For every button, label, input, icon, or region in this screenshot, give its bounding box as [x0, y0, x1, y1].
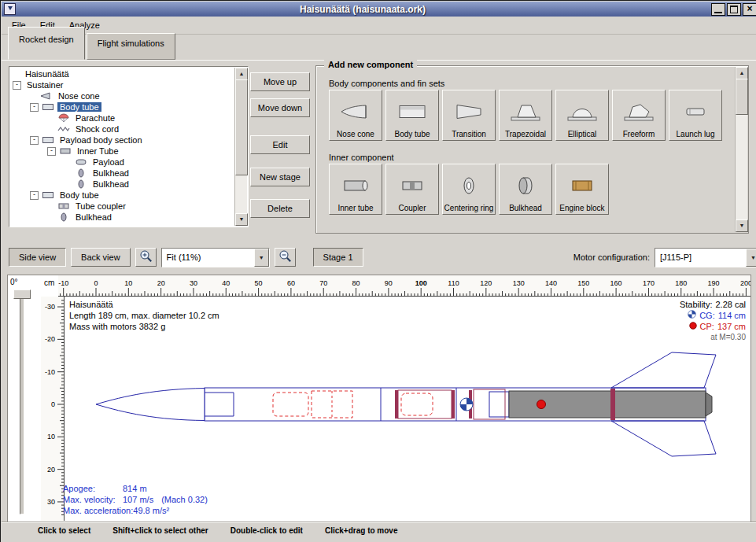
parachute-icon	[57, 113, 71, 123]
component-label: Centering ring	[444, 205, 494, 213]
tree-item-payload-body-section[interactable]: -Payload body section	[10, 135, 235, 146]
indent-spacer	[30, 92, 40, 101]
component-tree: Haisunäätä-SustainerNose cone-Body tubeP…	[9, 66, 249, 227]
scroll-down-icon[interactable]: ▼	[235, 213, 248, 226]
expander-icon[interactable]: -	[47, 147, 56, 156]
bulkhead-outline[interactable]	[395, 390, 398, 418]
rotation-slider-track[interactable]	[20, 291, 24, 514]
engine-block-outline[interactable]	[610, 389, 615, 420]
maximize-button[interactable]	[727, 3, 741, 16]
section-label-inner-component: Inner component	[329, 153, 394, 162]
tree-item-inner-tube[interactable]: -Inner Tube	[10, 146, 235, 157]
svg-text:180: 180	[675, 279, 687, 287]
svg-text:190: 190	[708, 279, 720, 287]
scroll-up-icon[interactable]: ▲	[736, 67, 748, 79]
delete-button[interactable]: Delete	[250, 199, 310, 218]
svg-text:0: 0	[94, 279, 98, 287]
component-label: Trapezoidal	[505, 131, 546, 139]
freeform-button[interactable]: Freeform	[612, 90, 666, 141]
chevron-down-icon[interactable]: ▼	[254, 249, 269, 267]
zoom-in-button[interactable]	[135, 248, 157, 267]
expander-icon[interactable]: -	[30, 103, 39, 112]
coupler-button[interactable]: Coupler	[385, 164, 439, 215]
move-up-button[interactable]: Move up	[250, 72, 310, 91]
component-label: Body tube	[394, 131, 430, 139]
chevron-down-icon[interactable]: ▼	[746, 249, 756, 267]
bulkhead-outline[interactable]	[452, 390, 455, 418]
tree-item-payload[interactable]: Payload	[10, 157, 235, 168]
new-stage-button[interactable]: New stage	[250, 168, 310, 186]
expander-icon[interactable]: -	[30, 191, 39, 200]
elliptical-button[interactable]: Elliptical	[555, 90, 609, 141]
zoom-out-button[interactable]	[275, 248, 296, 267]
cg-label: CG:	[699, 310, 715, 321]
expander-icon[interactable]: -	[30, 136, 39, 145]
status-hint: Click to select	[38, 526, 90, 542]
component-label: Inner tube	[337, 205, 373, 213]
window-menu-icon[interactable]	[4, 3, 16, 15]
bulkhead-button[interactable]: Bulkhead	[499, 164, 552, 215]
tree-item-label: Inner Tube	[75, 146, 121, 156]
bodytube-icon	[396, 93, 428, 131]
scrollbar-thumb[interactable]	[736, 79, 748, 115]
indent-spacer	[65, 158, 75, 167]
titlebar[interactable]: Haisunäätä (haisunaata.ork)	[2, 2, 756, 17]
expander-icon[interactable]: -	[13, 81, 21, 90]
tree-item-bulkhead[interactable]: Bulkhead	[10, 179, 235, 190]
zoom-level-select[interactable]: Fit (11%) ▼	[161, 248, 270, 267]
move-down-button[interactable]: Move down	[250, 98, 310, 117]
trapezoidal-button[interactable]: Trapezoidal	[499, 90, 552, 141]
centering-ring-button[interactable]: Centering ring	[442, 164, 496, 215]
fin-outline-top[interactable]	[611, 352, 716, 388]
tree-rows: Haisunäätä-SustainerNose cone-Body tubeP…	[10, 68, 235, 226]
motor-mount-outline	[489, 392, 509, 417]
edit-button[interactable]: Edit	[250, 135, 310, 154]
fin-outline-bottom[interactable]	[611, 421, 716, 456]
minimize-button[interactable]	[711, 3, 725, 16]
side-view-button[interactable]: Side view	[9, 248, 66, 267]
tree-item-body-tube[interactable]: -Body tube	[10, 190, 235, 201]
svg-text:100: 100	[415, 279, 427, 287]
engine-block-button[interactable]: Engine block	[555, 164, 609, 215]
tree-item-bulkhead[interactable]: Bulkhead	[10, 168, 235, 179]
tree-item-shock-cord[interactable]: Shock cord	[10, 124, 235, 135]
window-title: Haisunäätä (haisunaata.ork)	[16, 4, 710, 15]
tabbar: Rocket designFlight simulations	[2, 34, 756, 61]
bodytube-icon	[42, 190, 55, 200]
freeform-icon	[623, 93, 655, 131]
tab-flight-simulations[interactable]: Flight simulations	[87, 33, 175, 60]
motor-configuration-select[interactable]: [J115-P] ▼	[655, 248, 756, 267]
rotation-slider-handle[interactable]	[13, 289, 31, 299]
tree-item-parachute[interactable]: Parachute	[10, 112, 235, 124]
tree-scrollbar[interactable]: ▲ ▼	[234, 68, 247, 226]
zoom-level-value: Fit (11%)	[162, 253, 254, 262]
back-view-button[interactable]: Back view	[71, 248, 131, 267]
stage-1-toggle[interactable]: Stage 1	[313, 248, 363, 267]
tree-item-body-tube[interactable]: -Body tube	[10, 101, 235, 112]
tree-item-sustainer[interactable]: -Sustainer	[10, 79, 235, 90]
svg-text:70: 70	[319, 279, 327, 287]
scroll-up-icon[interactable]: ▲	[235, 68, 248, 80]
tree-item-tube-coupler[interactable]: Tube coupler	[10, 201, 235, 212]
inner-tube-button[interactable]: Inner tube	[329, 164, 382, 215]
tree-item-nose-cone[interactable]: Nose cone	[10, 90, 235, 101]
menubar: FileEditAnalyze	[2, 17, 756, 35]
cp-label: CP:	[700, 321, 714, 332]
add-component-scrollbar[interactable]: ▲ ▼	[735, 67, 747, 232]
tree-item-haisun-t[interactable]: Haisunäätä	[10, 68, 235, 79]
nose-cone-button[interactable]: Nose cone	[329, 90, 382, 141]
launch-lug-button[interactable]: Launch lug	[669, 90, 722, 141]
scrollbar-thumb[interactable]	[235, 79, 248, 175]
indent-spacer	[65, 169, 75, 178]
transition-button[interactable]: Transition	[442, 90, 496, 141]
cp-marker	[537, 400, 546, 409]
tab-rocket-design[interactable]: Rocket design	[8, 27, 85, 60]
bulkhead-icon	[510, 167, 541, 205]
nose-cone-outline[interactable]	[96, 389, 205, 421]
rocket-view[interactable]: 0° cm -100102030405060708090100110120130…	[7, 275, 751, 522]
close-button[interactable]	[743, 3, 756, 16]
body-tube-button[interactable]: Body tube	[385, 90, 439, 141]
scroll-down-icon[interactable]: ▼	[736, 219, 748, 232]
magnifier-plus-icon	[139, 249, 153, 265]
tree-item-bulkhead[interactable]: Bulkhead	[10, 212, 235, 223]
